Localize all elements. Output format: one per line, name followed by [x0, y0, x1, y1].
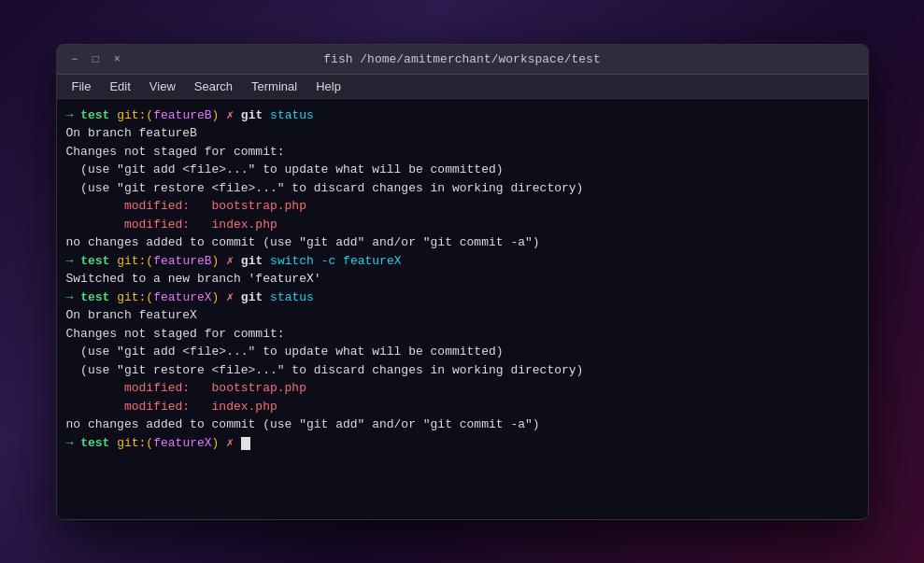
terminal-cursor — [241, 437, 250, 450]
terminal-line: Switched to a new branch 'featureX' — [66, 270, 859, 289]
minimize-button[interactable]: − — [67, 51, 81, 66]
window-title: fish /home/amitmerchant/workspace/test — [323, 52, 600, 66]
terminal-line: On branch featureX — [66, 306, 859, 325]
menu-help[interactable]: Help — [308, 77, 348, 95]
menu-terminal[interactable]: Terminal — [244, 77, 305, 95]
terminal-window: − □ × fish /home/amitmerchant/workspace/… — [56, 44, 869, 520]
terminal-line: (use "git restore <file>..." to discard … — [66, 361, 859, 380]
terminal-line: modified: bootstrap.php — [66, 197, 859, 216]
menu-file[interactable]: File — [64, 77, 99, 95]
menubar: File Edit View Search Terminal Help — [57, 75, 868, 99]
titlebar: − □ × fish /home/amitmerchant/workspace/… — [57, 45, 868, 75]
menu-view[interactable]: View — [142, 77, 183, 95]
terminal-line: → test git:(featureX) ✗ git status — [66, 289, 859, 307]
terminal-line: → test git:(featureB) ✗ git status — [66, 106, 859, 125]
menu-edit[interactable]: Edit — [102, 77, 137, 95]
terminal-line: (use "git add <file>..." to update what … — [66, 343, 859, 361]
terminal-line: (use "git add <file>..." to update what … — [66, 161, 859, 179]
terminal-line: → test git:(featureB) ✗ git switch -c fe… — [66, 252, 859, 271]
terminal-line: modified: bootstrap.php — [66, 379, 859, 398]
terminal-line: modified: index.php — [66, 398, 859, 416]
terminal-line: On branch featureB — [66, 124, 859, 143]
terminal-line: (use "git restore <file>..." to discard … — [66, 179, 859, 198]
menu-search[interactable]: Search — [187, 77, 240, 95]
terminal-line: no changes added to commit (use "git add… — [66, 415, 859, 434]
terminal-line: modified: index.php — [66, 216, 859, 234]
terminal-line: no changes added to commit (use "git add… — [66, 233, 859, 252]
close-button[interactable]: × — [110, 51, 124, 66]
terminal-prompt-line: → test git:(featureX) ✗ — [66, 434, 859, 453]
terminal-body[interactable]: → test git:(featureB) ✗ git status On br… — [57, 99, 868, 519]
terminal-line: Changes not staged for commit: — [66, 325, 859, 344]
maximize-button[interactable]: □ — [89, 51, 103, 66]
terminal-line: Changes not staged for commit: — [66, 143, 859, 162]
